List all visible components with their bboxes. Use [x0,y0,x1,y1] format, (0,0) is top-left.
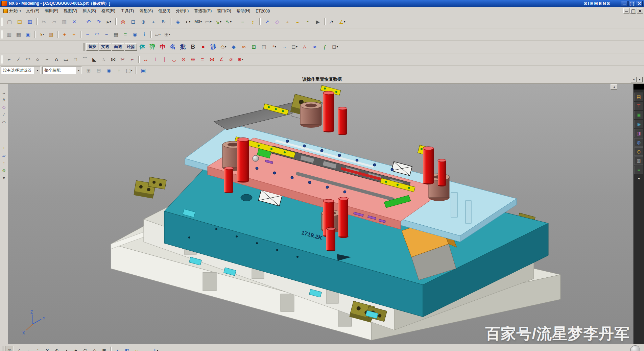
menu-preferences[interactable]: 首选项(P) [191,7,214,15]
interior-selection-button[interactable]: ⊟ [94,66,103,75]
spring-tool-button[interactable]: 弹 [148,42,157,52]
menu-assemblies[interactable]: 装配(A) [137,7,156,15]
concentric-constraint-button[interactable]: ⊚ [189,55,197,64]
minimize-button[interactable]: – [621,1,628,6]
endpoint-snap-button[interactable]: ∕ [15,346,23,351]
move-component-button[interactable]: ◆ [229,42,238,52]
rapid-dimension-button[interactable]: ↔ [141,55,150,64]
parallel-constraint-button[interactable]: ∥ [160,55,169,64]
chevron-down-icon[interactable]: ▼ [76,67,81,74]
resource-bar-collapse-icon[interactable]: ◂ [638,176,640,180]
materials-tab[interactable]: ▥ [634,156,643,165]
quadrant-point-snap-button[interactable]: ◔ [62,346,71,351]
midpoint-snap-button[interactable]: · [24,346,33,351]
point-dock-button[interactable]: + [1,145,7,151]
delete-button[interactable]: ✕ [70,17,79,26]
datum-vector-button[interactable]: ↗ [262,17,272,26]
profile-tool-button[interactable]: ⌐ [5,55,14,64]
restore-display-button[interactable]: 还原 [125,43,137,51]
basic-curves-button[interactable]: ~ [83,30,92,39]
wave-geometry-linker-button[interactable]: ≈ [310,42,319,52]
reference-sets-dropdown[interactable]: ⊡▾ [330,42,340,52]
repeat-command-dropdown[interactable]: ▸▾ [104,17,114,26]
assembly-sequence-button[interactable]: → [280,42,289,52]
animation-button[interactable]: ▤ [112,30,120,39]
sketch-plane-dropdown[interactable]: ↖▾ [224,17,233,26]
csys-dock-button[interactable]: ⊕ [1,167,7,174]
toolbar-drag-handle[interactable] [1,55,3,64]
point-on-face-snap-button[interactable]: ◇ [90,346,99,351]
roles-tab[interactable]: ≡ [634,166,643,174]
polygon-tool-button[interactable]: □ [71,55,80,64]
spline-tool-button[interactable]: ~ [43,55,51,64]
scroll-right-icon[interactable]: ▸ [637,77,643,82]
batch-tool-button[interactable]: 批 [178,42,188,52]
diameter-dimension-button[interactable]: ⌀ [226,55,235,64]
angle-dimension-button[interactable]: ∠ [217,55,226,64]
orient-to-plane-dropdown[interactable]: ↘▾ [214,17,223,26]
rectangle-tool-button[interactable]: ▭ [62,55,70,64]
existing-point-snap-button[interactable]: + [71,346,80,351]
maximize-button[interactable]: ▢ [628,1,635,6]
display-mode-button[interactable]: ▥ [5,30,14,39]
text-note-dock-button[interactable]: A [1,97,7,103]
name-tool-button[interactable]: 名 [168,42,177,52]
history-tab[interactable]: ◷ [634,147,643,156]
boundary-dropdown[interactable]: ▱▾ [153,30,162,39]
menu-window[interactable]: 窗口(O) [214,7,234,15]
clearance-analysis-button[interactable]: △ [300,42,309,52]
toolbar-drag-handle[interactable] [83,43,85,51]
menu-file[interactable]: 文件(F) [23,7,42,15]
studio-spline-button[interactable]: ~ [102,30,111,39]
edit-object-display-dropdown[interactable]: ◑▾ [37,30,46,39]
quick-dimension-dock-button[interactable]: ↔ [1,89,7,96]
save-button[interactable]: ▦ [25,17,34,26]
measure-angle-dropdown[interactable]: ∠▾ [337,17,347,26]
view-preset-dropdown[interactable]: M3▾ [193,17,203,26]
background-color-dropdown[interactable]: ▭▾ [204,17,213,26]
replace-reference-set-button[interactable]: 替换 [86,43,98,51]
assembly-constraints-button[interactable]: ∞ [239,42,248,52]
menu-information[interactable]: 信息(I) [156,7,173,15]
menu-tools[interactable]: 工具(T) [118,7,137,15]
measure-distance-dropdown[interactable]: ∕▾ [327,17,337,26]
open-file-button[interactable]: ▤ [15,17,24,26]
highlight-hidden-button[interactable]: ◉ [104,66,114,75]
snap-point-toggle-button[interactable]: ◎ [5,346,14,351]
body-select-button[interactable]: 体 [138,42,147,52]
information-button[interactable]: i [140,30,149,39]
scroll-left-icon[interactable]: ◂ [631,77,637,82]
b-annotation-button[interactable]: B [188,42,198,52]
vector-dock-button[interactable]: ↑ [1,160,7,166]
menu-edit[interactable]: 编辑(E) [42,7,61,15]
reuse-library-tab[interactable]: ◉ [634,120,643,128]
arc-tool-button[interactable]: ◠ [24,55,32,64]
wcs-orient-button[interactable]: + [70,30,78,39]
interpart-expressions-button[interactable]: ƒ [320,42,330,52]
web-browser-tab[interactable]: ◍ [634,138,643,147]
mirror-assembly-button[interactable]: ◫ [259,42,269,52]
child-restore-button[interactable]: ▢ [630,8,636,14]
undo-button[interactable]: ↶ [84,17,93,26]
fillet-tool-button[interactable]: ⌒ [80,55,89,64]
toolbar-drag-handle[interactable] [2,346,3,351]
close-button[interactable]: ✕ [636,1,643,6]
grid-dropdown[interactable]: ⊞▾ [163,30,172,39]
child-close-button[interactable]: ✕ [637,8,643,14]
snapshot-selection-button[interactable]: ⊞ [84,66,93,75]
center-tool-button[interactable]: 中 [158,42,167,52]
solid-transparency-button[interactable]: 实透 [99,43,111,51]
exploded-views-dropdown[interactable]: *▾ [269,42,279,52]
red-sphere-display-button[interactable]: ● [198,42,208,52]
paste-button[interactable]: ▥ [59,17,69,26]
quick-pick-button[interactable]: ▣ [139,66,148,75]
menu-format[interactable]: 格式(R) [99,7,118,15]
symmetry-constraint-button[interactable]: ⋈ [208,55,216,64]
show-hide-button[interactable]: ◒ [293,17,302,26]
expressions-button[interactable]: = [121,30,130,39]
intersection-snap-button[interactable]: ✕ [43,346,52,351]
refresh-view-button[interactable]: ◎ [118,17,128,26]
window-split-button[interactable]: ▦ [14,30,23,39]
layer-settings-button[interactable]: ≡ [238,17,247,26]
menu-analysis[interactable]: 分析(L) [173,7,192,15]
